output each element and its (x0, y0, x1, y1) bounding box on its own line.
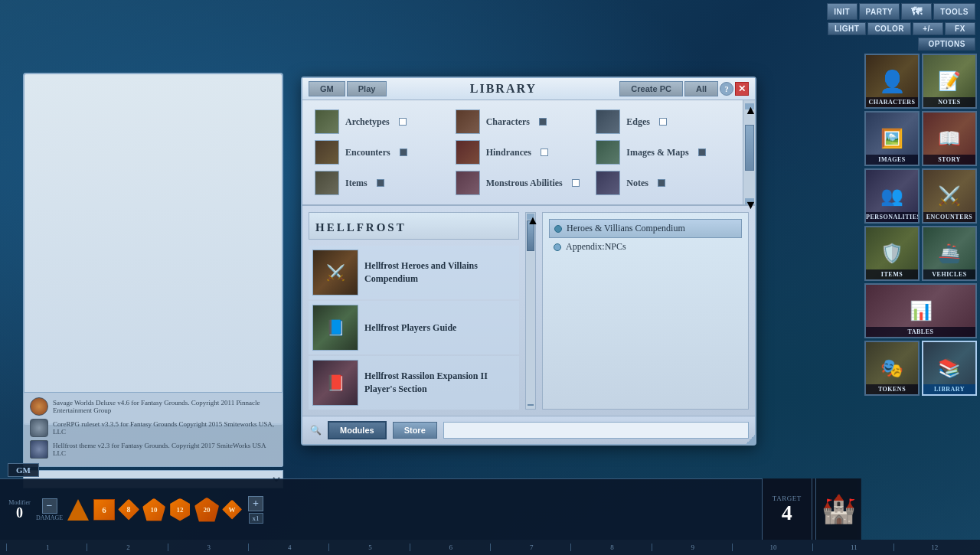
die-d12-button[interactable]: 12 (168, 498, 191, 521)
die-d20-button[interactable]: 20 (194, 498, 219, 522)
encounters-checkbox[interactable] (400, 149, 407, 156)
gm-badge: GM (8, 463, 39, 477)
scroll-down-arrow[interactable]: ▼ (745, 198, 754, 204)
archetypes-icon (315, 109, 339, 134)
library-titlebar: GM Play Library Create PC All ? ✕ (302, 78, 755, 100)
ruler-container: 1 2 3 4 5 6 7 8 9 10 11 12 (0, 544, 980, 551)
notes-checkbox[interactable] (658, 179, 665, 187)
left-panel (23, 73, 283, 425)
modules-button[interactable]: Modules (328, 421, 387, 439)
library-panel-label: LIBRARY (923, 384, 975, 394)
module-item-hvac[interactable]: ⚔️ Hellfrost Heroes and Villains Compend… (309, 246, 519, 299)
mod-scroll-up[interactable]: ▲ (527, 214, 534, 220)
images-checkbox[interactable] (698, 149, 706, 156)
sidebar-panel-characters[interactable]: 👤 CHARACTERS (864, 54, 920, 109)
sidebar-panel-library[interactable]: 📚 LIBRARY (922, 341, 977, 396)
fx-button[interactable]: FX (945, 22, 975, 35)
light-button[interactable]: LIGHT (828, 22, 867, 35)
sidebar-panel-images[interactable]: 🖼️ IMAGES (864, 111, 920, 166)
plus-button[interactable]: + (248, 496, 263, 511)
vehicles-panel-label: VEHICLES (923, 269, 975, 279)
library-tabs-left: GM Play (309, 81, 387, 96)
lib-item-hindrances[interactable]: Hindrances (456, 140, 590, 165)
lib-item-archetypes[interactable]: Archetypes (315, 109, 449, 134)
ruler-tick-8: 8 (570, 544, 651, 551)
help-button[interactable]: ? (720, 82, 733, 96)
library-bottom: 🔍 Modules Store (302, 416, 755, 444)
sidebar-panel-story[interactable]: 📖 STORY (922, 111, 977, 166)
characters-label: Characters (486, 116, 530, 128)
lib-item-images[interactable]: Images & Maps (596, 140, 730, 165)
lib-item-items[interactable]: Items (315, 171, 449, 195)
edges-checkbox[interactable] (659, 118, 667, 126)
ruler-tick-5: 5 (328, 544, 409, 551)
scroll-up-arrow[interactable]: ▲ (745, 103, 754, 109)
party-button[interactable]: PARTY (859, 3, 900, 20)
module-entry-hvac[interactable]: Heroes & Villians Compendium (549, 219, 742, 238)
castle-icon: 🏰 (822, 493, 856, 525)
items-checkbox[interactable] (377, 179, 384, 187)
sidebar-panel-personalities[interactable]: 👥 PERSONALITIES (864, 168, 920, 224)
create-pc-tab[interactable]: Create PC (619, 81, 683, 96)
archetypes-checkbox[interactable] (399, 118, 407, 126)
die-d10-button[interactable]: 10 (142, 498, 165, 521)
sidebar-panel-encounters[interactable]: ⚔️ ENCOUNTERS (922, 168, 977, 224)
options-button[interactable]: OPTIONS (918, 38, 975, 51)
edges-label: Edges (626, 116, 650, 128)
hras-thumb: 📕 (312, 360, 358, 406)
close-button[interactable]: ✕ (735, 82, 749, 96)
ruler-tick-2: 2 (87, 544, 167, 551)
sidebar-panel-notes[interactable]: 📝 NOTES (922, 54, 977, 109)
grid-scrollbar[interactable]: ▲ ▼ (743, 100, 755, 204)
die-dw-button[interactable]: W (222, 500, 242, 520)
ruler-tick-12: 12 (893, 544, 974, 551)
target-value: 4 (782, 502, 792, 524)
store-button[interactable]: Store (393, 422, 437, 439)
lib-item-characters[interactable]: Characters (456, 109, 590, 134)
d4-shape (67, 499, 89, 521)
play-tab[interactable]: Play (347, 81, 387, 96)
lib-item-encounters[interactable]: Encounters (315, 140, 449, 165)
library-search-input[interactable] (443, 422, 749, 439)
characters-checkbox[interactable] (539, 118, 547, 126)
hpg-thumb: 📘 (312, 305, 358, 351)
resize-handle[interactable] (746, 435, 755, 444)
sidebar-panel-items[interactable]: 🛡️ ITEMS (864, 226, 920, 281)
die-d8-button[interactable]: 8 (118, 499, 139, 521)
sidebar-panel-tables[interactable]: 📊 TABLES (864, 283, 977, 338)
module-entry-appendix[interactable]: Appendix:NPCs (549, 238, 742, 256)
gm-tab[interactable]: GM (309, 81, 345, 96)
hvac-entry-dot (554, 225, 562, 233)
minus-button[interactable]: − (42, 498, 57, 514)
die-d4-button[interactable] (66, 498, 90, 522)
monstrous-checkbox[interactable] (572, 179, 580, 187)
images-label: Images & Maps (626, 147, 688, 158)
hindrances-icon (456, 140, 480, 165)
module-item-hras[interactable]: 📕 Hellfrost Rassilon Expansion II Player… (309, 356, 519, 410)
map-button[interactable]: 🗺 (901, 3, 932, 20)
tokens-panel-label: TOKENS (866, 384, 918, 394)
right-sidebar: 👤 CHARACTERS 📝 NOTES 🖼️ IMAGES 📖 STORY 👥… (861, 54, 980, 396)
die-d6-button[interactable]: 6 (93, 499, 115, 521)
sidebar-panel-tokens[interactable]: 🎭 TOKENS (864, 341, 920, 396)
hras-title: Hellfrost Rassilon Expansion II Player's… (364, 370, 515, 396)
color-button[interactable]: COLOR (867, 22, 911, 35)
appendix-entry-label: Appendix:NPCs (566, 241, 626, 253)
tools-button[interactable]: TOOLS (933, 3, 975, 20)
scroll-thumb[interactable] (745, 125, 754, 171)
modules-scrollbar[interactable]: ▲ (525, 212, 536, 410)
lib-item-edges[interactable]: Edges (596, 109, 730, 134)
plusminus-button[interactable]: +/- (913, 22, 943, 35)
dice-area: Modifier 0 − DAMAGE 6 8 10 12 20 W + x1 (0, 478, 858, 540)
sidebar-grid: 👤 CHARACTERS 📝 NOTES 🖼️ IMAGES 📖 STORY 👥… (864, 54, 977, 396)
hindrances-checkbox[interactable] (541, 149, 548, 156)
sidebar-panel-vehicles[interactable]: 🚢 VEHICLES (922, 226, 977, 281)
module-list: ⚔️ Hellfrost Heroes and Villains Compend… (309, 246, 519, 410)
module-item-hpg[interactable]: 📘 Hellfrost Players Guide (309, 301, 519, 354)
all-tab[interactable]: All (684, 81, 718, 96)
core-text: CoreRPG ruleset v3.3.5 for Fantasy Groun… (53, 420, 276, 436)
lib-item-notes[interactable]: Notes (596, 171, 730, 195)
lib-item-monstrous[interactable]: Monstrous Abilities (456, 171, 590, 195)
init-button[interactable]: INIT (827, 3, 858, 20)
hvac-title: Hellfrost Heroes and Villains Compendium (364, 260, 515, 286)
